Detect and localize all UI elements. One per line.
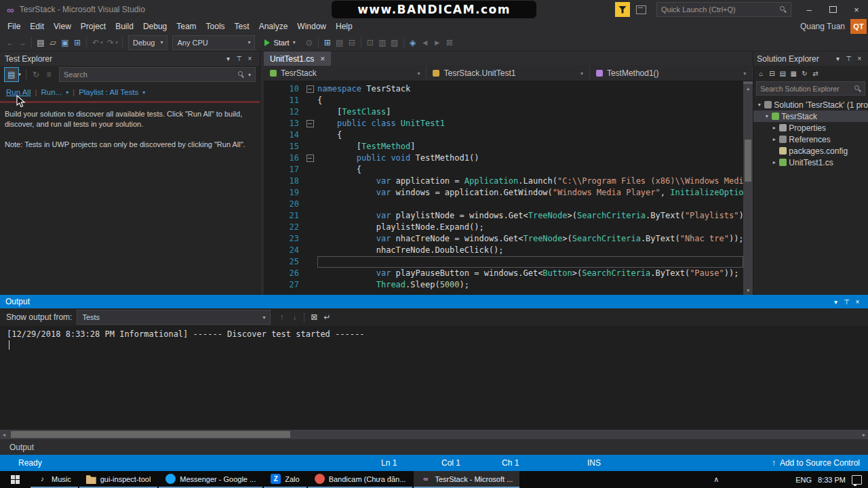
menu-team[interactable]: Team [172,19,201,34]
user-name[interactable]: Quang Tuan [800,22,845,31]
scroll-down-icon[interactable]: ▾ [743,287,753,295]
code-line-text[interactable]: { [317,95,743,106]
menu-analyze[interactable]: Analyze [254,19,293,34]
code-line-text[interactable] [317,199,743,210]
code-line-text[interactable]: [TestMethod] [317,141,743,152]
maximize-button[interactable] [823,1,843,18]
clear-all-icon[interactable]: ⊠ [308,310,320,324]
code-line-15[interactable]: 15 [TestMethod] [264,141,743,152]
navigate-backward-icon[interactable]: ← [4,36,16,49]
code-line-text[interactable]: var application = Application.Launch("C:… [317,176,743,187]
find-in-files-icon[interactable]: ⊡ [364,36,376,49]
tree-item-packages-config[interactable]: packages.config [753,145,868,157]
code-line-20[interactable]: 20 [264,199,743,210]
group-by-dropdown-icon[interactable]: ▾ [17,68,22,81]
menu-tools[interactable]: Tools [201,19,230,34]
code-line-11[interactable]: 11{ [264,95,743,106]
output-panel-header[interactable]: Output ▾⊤× [0,295,868,308]
collapse-arrow-icon[interactable]: ▾ [756,102,762,108]
tree-item-solution-tesrstack-1-pro[interactable]: ▾Solution 'TesrStack' (1 pro [753,99,868,110]
filter-button[interactable] [615,2,630,17]
show-all-files-icon[interactable]: ▦ [788,66,799,80]
code-line-text[interactable]: [TestClass] [317,106,743,118]
collapse-all-icon[interactable]: ⊟ [766,66,777,80]
pin-icon[interactable]: ⊤ [234,52,244,66]
tree-item-unittest1-cs[interactable]: ▸UnitTest1.cs [753,157,868,168]
taskbar-app-messenger-google[interactable]: Messenger - Google ... [159,471,262,488]
tab-output-bottom[interactable]: Output [6,443,37,452]
menu-window[interactable]: Window [292,19,331,34]
code-editor[interactable]: 10–namespace TesrStack11{12 [TestClass]1… [264,81,753,295]
code-line-17[interactable]: 17 { [264,164,743,176]
user-avatar[interactable]: QT [850,19,867,34]
open-file-icon[interactable]: ▱ [47,36,59,49]
taskbar-start-button[interactable] [0,471,31,488]
scroll-right-icon[interactable]: ▸ [863,432,865,438]
window-menu-icon[interactable]: ▾ [831,295,841,308]
close-icon[interactable]: × [245,52,255,66]
test-hierarchy-icon[interactable]: ≡ [43,68,55,81]
menu-test[interactable]: Test [230,19,254,34]
menu-edit[interactable]: Edit [25,19,49,34]
refresh-icon[interactable]: ↻ [799,66,810,80]
hidden-icons-icon[interactable]: ∧ [713,475,719,484]
code-line-18[interactable]: 18 var application = Application.Launch(… [264,176,743,187]
code-line-text[interactable]: var playPauseButton = windows.Get<Button… [317,268,743,279]
collapse-arrow-icon[interactable]: ▾ [764,113,770,119]
code-line-text[interactable]: public class UnitTest1 [317,118,743,129]
save-icon[interactable]: ▣ [59,36,71,49]
comment-out-icon[interactable]: ▥ [376,36,389,49]
scroll-left-icon[interactable]: ◂ [3,432,5,438]
sync-with-active-document-icon[interactable]: ⇄ [810,66,821,80]
toggle-bookmark-icon[interactable]: ◈ [407,36,419,49]
fold-marker-icon[interactable]: – [307,155,314,162]
splitter-grip[interactable] [743,81,753,84]
uncomment-lines-icon[interactable]: ▨ [389,36,401,49]
tree-item-references[interactable]: ▸References [753,134,868,145]
code-line-text[interactable]: public void TestMethod1() [317,152,743,164]
window-menu-icon[interactable]: ▾ [223,52,233,66]
output-horizontal-scrollbar[interactable]: ◂ ▸ [0,430,868,439]
menu-help[interactable]: Help [331,19,357,34]
quick-launch-input[interactable]: Quick Launch (Ctrl+Q) [656,2,791,17]
minimize-button[interactable]: – [799,1,819,18]
menu-project[interactable]: Project [76,19,111,34]
properties-window-icon[interactable]: ▤ [334,36,346,49]
menu-debug[interactable]: Debug [138,19,172,34]
code-line-19[interactable]: 19 var windows = application.GetWindow("… [264,187,743,199]
expand-arrow-icon[interactable]: ▸ [771,125,777,131]
menu-view[interactable]: View [49,19,76,34]
code-line-10[interactable]: 10–namespace TesrStack [264,83,743,95]
code-line-text[interactable]: var nhacTreNode = windows.Get<TreeNode>(… [317,233,743,245]
new-project-icon[interactable]: ▤ [35,36,47,49]
clock[interactable]: 8:33 PM [818,476,846,484]
pin-icon[interactable]: ⊤ [844,52,854,66]
start-debugging-button[interactable]: Start ▾ [260,36,300,49]
chevron-down-icon[interactable]: ▾ [66,89,68,96]
undo-dropdown-icon[interactable]: ▾ [99,36,104,49]
code-line-text[interactable]: Thread.Sleep(5000); [317,279,743,291]
code-line-26[interactable]: 26 var playPauseButton = windows.Get<But… [264,268,743,279]
code-line-text[interactable]: var playlistNode = windows.Get<TreeNode>… [317,210,743,222]
home-icon[interactable]: ⌂ [755,66,766,80]
solution-explorer-shortcut-icon[interactable]: ⊞ [321,36,334,49]
code-area[interactable]: 10–namespace TesrStack11{12 [TestClass]1… [264,81,743,295]
run-link[interactable]: Run... [41,88,62,96]
code-line-27[interactable]: 27 Thread.Sleep(5000); [264,279,743,291]
solution-search-input[interactable]: Search Solution Explorer [756,81,865,96]
language-indicator[interactable]: ENG [795,476,812,484]
chevron-down-icon[interactable]: ▾ [142,89,145,96]
code-line-text[interactable]: playlistNode.Expand(); [317,222,743,233]
code-line-23[interactable]: 23 var nhacTreNode = windows.Get<TreeNod… [264,233,743,245]
expand-arrow-icon[interactable]: ▸ [771,159,777,165]
close-icon[interactable]: × [320,54,325,64]
taskbar-app-bandicam-ch-a-n[interactable]: Bandicam (Chưa đăn... [308,471,413,488]
properties-icon[interactable]: ▤ [777,66,788,80]
navigate-forward-icon[interactable]: → [16,36,28,49]
code-line-text[interactable]: { [317,164,743,176]
code-line-text[interactable]: { [317,129,743,141]
code-line-16[interactable]: 16– public void TestMethod1() [264,152,743,164]
close-button[interactable]: × [846,1,867,18]
prev-bookmark-icon[interactable]: ◄ [419,36,431,49]
breadcrumb-type-dropdown[interactable]: TesrStack.UnitTest1 ▾ [427,66,589,81]
